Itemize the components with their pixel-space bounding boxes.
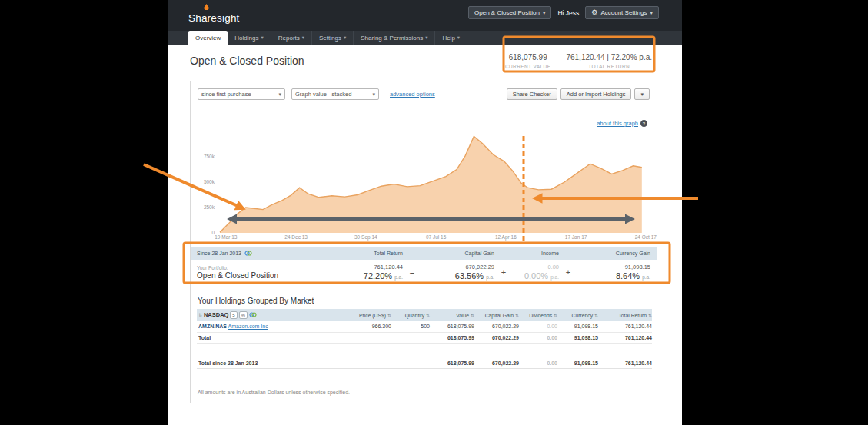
y-axis-tick-label: 500k	[204, 179, 215, 184]
total-label: Total	[197, 332, 341, 343]
portfolio-selector-button[interactable]: Open & Closed Position ▾	[468, 6, 551, 19]
cell-capital-gain: 670,022.29	[474, 321, 519, 332]
sort-icon: ⇅	[426, 314, 430, 318]
cell-value: 618,075.99	[430, 357, 474, 369]
header-actions: Open & Closed Position ▾ Hi Jess ⚙ Accou…	[468, 6, 659, 19]
cell-currency: 91,098.15	[557, 332, 598, 343]
tab-sharing-permissions[interactable]: Sharing & Permissions ▾	[354, 31, 435, 45]
currency-footnote: All amounts are in Australian Dollars un…	[198, 390, 350, 395]
period-select[interactable]: since first purchase ▾	[198, 88, 285, 100]
header-stats: 618,075.99 CURRENT VALUE 761,120.44 | 72…	[505, 53, 652, 69]
x-axis-tick-label: 24 Dec 13	[284, 234, 308, 240]
capital-gain-pct: 63.56%	[455, 271, 484, 281]
chevron-down-icon: ▾	[278, 91, 281, 98]
performance-summary: Since 28 Jan 2013 Total Return Capital G…	[191, 247, 657, 286]
column-header-total-return[interactable]: Total Return ⇅	[598, 309, 652, 321]
cell-dividends: 0.00	[519, 321, 557, 332]
cell-capital-gain: 670,022.29	[474, 332, 519, 343]
currency-gain-pct: 8.64%	[616, 271, 640, 281]
market-total-row: Total 618,075.99 670,022.29 0.00 91,098.…	[197, 332, 652, 343]
total-return-label: TOTAL RETURN	[566, 64, 652, 69]
advanced-options-link[interactable]: advanced options	[390, 91, 435, 98]
tab-holdings[interactable]: Holdings ▾	[228, 31, 271, 45]
percent-toggle-badge[interactable]: %	[239, 311, 248, 319]
linked-portfolio-icon	[244, 251, 252, 256]
grand-total-table: Total since 28 Jan 2013 618,075.99 670,0…	[197, 357, 652, 369]
cell-quantity	[391, 332, 430, 343]
pa-suffix: p.a.	[642, 274, 650, 280]
column-header-currency-gain[interactable]: Currency Gain	[577, 251, 650, 256]
main-nav: Overview Holdings ▾ Reports ▾ Settings ▾…	[168, 31, 682, 45]
current-value: 618,075.99	[505, 53, 551, 61]
sharesight-logo-icon	[204, 4, 209, 10]
x-axis-tick-label: 12 Apr 16	[495, 234, 517, 240]
column-header-quantity[interactable]: Quantity ⇅	[391, 309, 430, 321]
user-greeting: Hi Jess	[557, 9, 579, 17]
pa-suffix: p.a.	[486, 274, 494, 280]
tab-overview[interactable]: Overview	[188, 31, 228, 45]
chevron-down-icon: ▾	[261, 35, 263, 41]
cell-dividends: 0.00	[519, 332, 557, 343]
market-count-badge: 5	[230, 311, 237, 319]
add-import-holdings-button[interactable]: Add or Import Holdings	[560, 88, 632, 100]
cell-total-return: 761,120.44	[598, 321, 652, 332]
income-pct: 0.00%	[524, 271, 548, 281]
cell-dividends: 0.00	[519, 357, 557, 369]
sharesight-logo[interactable]: Sharesight	[188, 4, 240, 25]
add-import-dropdown-button[interactable]: ▾	[634, 88, 650, 100]
tab-help[interactable]: Help ▾	[435, 31, 467, 45]
portfolio-prefix: Your Portfolio:	[197, 265, 228, 271]
column-header-total-return[interactable]: Total Return	[330, 251, 403, 256]
sort-icon: ⇅	[515, 314, 519, 318]
portfolio-identity: Your Portfolio: Open & Closed Position	[197, 265, 330, 280]
cell-capital-gain: 670,022.29	[474, 357, 519, 369]
total-return-pct: 72.20%	[364, 271, 392, 281]
pa-suffix: p.a.	[550, 274, 559, 280]
x-axis-tick-label: 24 Oct 17	[635, 234, 657, 240]
chevron-down-icon: ▾	[457, 35, 460, 41]
sort-icon[interactable]: ⇅	[198, 313, 202, 317]
cell-price	[341, 357, 391, 369]
cell-value: 618,075.99	[430, 332, 474, 343]
market-group-header: ⇅ NASDAQ 5 %	[197, 309, 341, 321]
plus-operator: +	[559, 267, 577, 277]
y-axis-tick-label: 750k	[204, 154, 215, 159]
graph-type-select-value: Graph value - stacked	[295, 91, 351, 98]
total-return-cell: 761,120.44 72.20% p.a.	[330, 264, 403, 281]
market-name: NASDAQ	[204, 311, 229, 318]
holding-link[interactable]: Amazon.com Inc	[228, 324, 268, 329]
period-select-value: since first purchase	[201, 91, 251, 98]
total-return-value: 761,120.44 | 72.20% p.a.	[566, 53, 652, 61]
chevron-down-icon: ▾	[302, 35, 304, 41]
holdings-actions: Share Checker Add or Import Holdings ▾	[507, 88, 650, 100]
column-header-currency[interactable]: Currency ⇅	[557, 309, 598, 321]
tab-label: Holdings	[234, 35, 258, 42]
cell-price: 966.300	[341, 321, 391, 332]
share-checker-button[interactable]: Share Checker	[507, 88, 557, 100]
grand-total-label: Total since 28 Jan 2013	[197, 357, 341, 369]
portfolio-value-area-chart	[220, 120, 650, 233]
x-axis-tick-label: 19 Mar 13	[215, 234, 237, 240]
graph-type-select[interactable]: Graph value - stacked ▾	[291, 88, 379, 100]
tab-settings[interactable]: Settings ▾	[312, 31, 354, 45]
column-header-price[interactable]: Price (US$) ⇅	[341, 309, 391, 321]
current-value-stat: 618,075.99 CURRENT VALUE	[505, 53, 551, 69]
column-header-income[interactable]: Income	[513, 251, 559, 256]
account-settings-button[interactable]: ⚙ Account Settings ▾	[585, 6, 659, 19]
chart-y-axis: 0250k500k750k	[191, 120, 217, 233]
holdings-section-title: Your Holdings Grouped By Market	[198, 297, 314, 305]
since-date: Since 28 Jan 2013	[197, 251, 330, 256]
chevron-down-icon: ▾	[640, 91, 644, 98]
chart-x-axis: 19 Mar 1324 Dec 1330 Sep 1407 Jul 1512 A…	[220, 234, 650, 241]
holdings-table: ⇅ NASDAQ 5 % Price (US$) ⇅ Quantity ⇅ Va…	[197, 309, 652, 344]
column-header-capital-gain[interactable]: Capital Gain	[421, 251, 494, 256]
sort-icon: ⇅	[648, 314, 652, 318]
column-header-capital-gain[interactable]: Capital Gain ⇅	[474, 309, 519, 321]
tab-reports[interactable]: Reports ▾	[271, 31, 312, 45]
column-header-dividends[interactable]: Dividends ⇅	[519, 309, 557, 321]
cell-price	[341, 332, 391, 343]
column-header-value[interactable]: Value ⇅	[430, 309, 474, 321]
total-return-stat: 761,120.44 | 72.20% p.a. TOTAL RETURN	[566, 53, 652, 69]
sharesight-logo-text: Sharesight	[188, 12, 240, 24]
sort-icon: ⇅	[594, 314, 598, 318]
